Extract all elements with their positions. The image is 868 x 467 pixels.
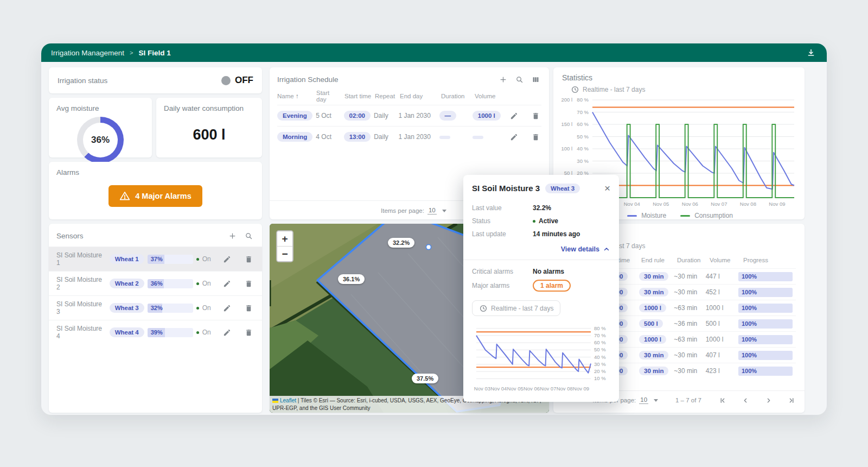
sensor-row[interactable]: SI Soil Moisture 2 Wheat 2 36% On [49, 271, 262, 295]
delete-icon[interactable] [242, 302, 254, 314]
crop-chip: Wheat 4 [110, 327, 144, 337]
svg-text:80 %: 80 % [577, 97, 589, 103]
sensor-detail-popup: SI Soil Moisture 3 Wheat 3 × Last value … [463, 175, 619, 402]
sensor-name: SI Soil Moisture 4 [56, 325, 110, 340]
legend-item[interactable]: Consumption [680, 212, 733, 219]
critical-alarms-value: No alarms [533, 268, 564, 275]
legend-item[interactable]: Moisture [627, 212, 666, 219]
page-size-select[interactable]: 10 [427, 207, 437, 214]
alarms-card: Alarms 4 Major Alarms [49, 162, 262, 219]
task-progress-bar: 100% [738, 351, 793, 360]
plus-icon[interactable] [497, 73, 509, 85]
schedule-row[interactable]: Evening 5 Oct 02:00 Daily 1 Jan 2030 — 1… [277, 105, 541, 126]
sensor-row[interactable]: SI Soil Moisture 1 Wheat 1 37% On [49, 247, 262, 271]
schedule-name-chip: Evening [277, 111, 312, 121]
sensors-title: Sensors [56, 232, 84, 240]
sensor-status: On [196, 280, 221, 287]
schedule-name-chip: Morning [277, 132, 312, 142]
close-icon[interactable]: × [604, 183, 610, 193]
schedule-paginator: Items per page: 10 [381, 207, 446, 214]
sensor-row[interactable]: SI Soil Moisture 3 Wheat 3 32% On [49, 295, 262, 320]
svg-text:Nov 05: Nov 05 [507, 386, 524, 392]
edit-icon[interactable] [508, 110, 520, 122]
svg-text:150 l: 150 l [561, 121, 572, 127]
duration-chip: — [439, 111, 457, 121]
svg-text:20 %: 20 % [594, 368, 606, 374]
edit-icon[interactable] [221, 326, 233, 338]
sensors-card: Sensors SI Soil Moisture 1 Wheat 1 37% O… [49, 224, 262, 413]
svg-text:Nov 03: Nov 03 [474, 386, 490, 392]
page-size-select[interactable]: 10 [639, 396, 648, 404]
moisture-progress-bar: 39% [148, 328, 193, 337]
tasks-paginator: Items per page: 10 1 – 7 of 7 [592, 394, 797, 406]
major-alarms-badge[interactable]: 1 alarm [533, 280, 571, 292]
svg-text:70 %: 70 % [577, 109, 589, 115]
svg-text:60 %: 60 % [594, 339, 606, 345]
svg-text:Nov 09: Nov 09 [769, 201, 785, 207]
download-icon[interactable] [805, 47, 817, 59]
crop-chip: Wheat 2 [110, 279, 144, 288]
zoom-in-icon[interactable]: + [277, 231, 292, 246]
breadcrumb-root[interactable]: Irrigation Management [51, 49, 124, 57]
major-alarms-button[interactable]: 4 Major Alarms [108, 185, 202, 207]
water-value: 600 l [164, 127, 254, 143]
svg-text:Nov 09: Nov 09 [573, 386, 589, 392]
end-rule-chip: 30 min [639, 288, 668, 296]
status-dot-icon [196, 307, 199, 310]
sensor-status: Active [533, 217, 558, 225]
breadcrumb-current: SI Field 1 [139, 49, 171, 57]
moisture-value: 36% [91, 135, 110, 146]
svg-text:50 %: 50 % [594, 346, 606, 352]
prev-page-icon[interactable] [739, 394, 751, 406]
moisture-map-label: 37.5% [412, 374, 438, 383]
leaflet-link[interactable]: Leaflet [280, 397, 296, 403]
search-icon[interactable] [242, 230, 254, 242]
zoom-out-icon[interactable]: − [277, 247, 292, 261]
edit-icon[interactable] [508, 131, 520, 143]
svg-text:30 %: 30 % [594, 361, 606, 367]
delete-icon[interactable] [242, 253, 254, 265]
svg-text:200 l: 200 l [561, 97, 572, 103]
first-page-icon[interactable] [717, 394, 729, 406]
sort-asc-arrow[interactable]: ↑ [296, 93, 299, 99]
schedule-header-row: Name ↑ Start day Start time Repeat End d… [277, 87, 541, 105]
chevron-down-icon [442, 210, 446, 212]
delete-icon[interactable] [242, 277, 254, 289]
edit-icon[interactable] [221, 277, 233, 289]
search-icon[interactable] [513, 73, 525, 85]
sensor-name: SI Soil Moisture 1 [56, 251, 110, 267]
svg-text:70 %: 70 % [594, 332, 606, 338]
sensor-row[interactable]: SI Soil Moisture 4 Wheat 4 39% On [49, 320, 262, 344]
svg-text:80 %: 80 % [594, 325, 606, 331]
plus-icon[interactable] [226, 230, 238, 242]
status-dot-icon [196, 258, 199, 261]
svg-text:40 %: 40 % [594, 354, 606, 360]
svg-text:Nov 08: Nov 08 [557, 386, 573, 392]
next-page-icon[interactable] [762, 394, 774, 406]
view-details-link[interactable]: View details [472, 245, 610, 253]
edit-icon[interactable] [221, 253, 233, 265]
volume-chip [473, 136, 483, 139]
end-rule-chip: 1000 l [639, 304, 666, 312]
view-columns-icon[interactable] [529, 73, 541, 85]
last-page-icon[interactable] [785, 394, 797, 406]
popup-range-chip[interactable]: Realtime - last 7 days [472, 300, 560, 316]
delete-icon[interactable] [529, 131, 541, 143]
status-value: OFF [235, 75, 253, 86]
statistics-range[interactable]: Realtime - last 7 days [571, 85, 802, 93]
task-progress-bar: 100% [738, 304, 793, 313]
volume-chip: 1000 l [473, 111, 501, 121]
status-indicator-icon [221, 76, 231, 85]
svg-text:Nov 04: Nov 04 [624, 201, 640, 207]
dashboard-panel: Irrigation Management > SI Field 1 Irrig… [41, 43, 827, 415]
schedule-title: Irrigation Schedule [277, 75, 339, 84]
moisture-progress-bar: 37% [148, 255, 193, 264]
edit-icon[interactable] [221, 302, 233, 314]
delete-icon[interactable] [529, 110, 541, 122]
delete-icon[interactable] [242, 326, 254, 338]
crop-chip: Wheat 3 [545, 184, 580, 193]
popup-title: SI Soil Moisture 3 [472, 184, 540, 193]
svg-text:Nov 07: Nov 07 [540, 386, 556, 392]
schedule-row[interactable]: Morning 4 Oct 13:00 Daily 1 Jan 2030 [277, 126, 541, 147]
sensor-name: SI Soil Moisture 3 [56, 300, 110, 315]
